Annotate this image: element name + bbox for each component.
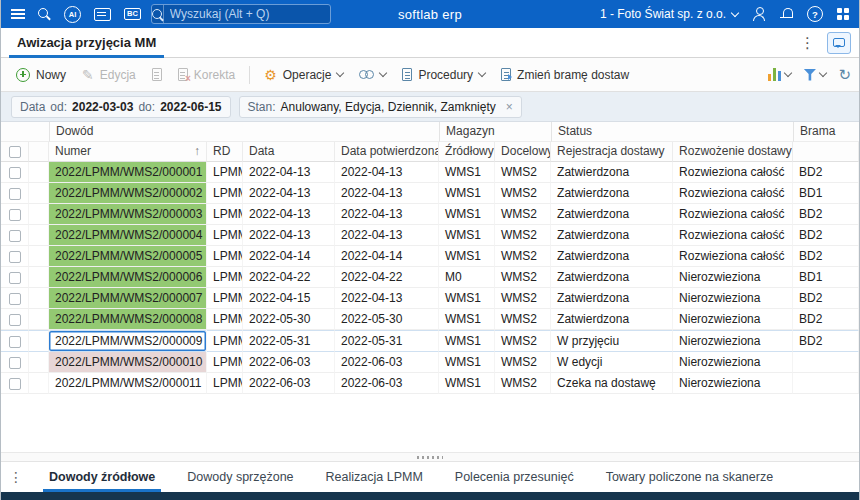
column-header-rd[interactable]: RD — [207, 142, 243, 162]
cell-numer[interactable]: 2022/LPMM/WMS2/000001 — [49, 162, 207, 183]
splitter-handle[interactable] — [417, 456, 443, 459]
table-row[interactable]: 2022/LPMM/WMS2/000010 LPMM 2022-06-03 20… — [1, 352, 859, 373]
cell-zrodlowy[interactable]: WMS1 — [439, 309, 495, 330]
cell-docelowy[interactable]: WMS2 — [495, 373, 551, 394]
cell-data[interactable]: 2022-06-03 — [243, 373, 335, 394]
more-options-icon[interactable]: ⋮ — [800, 35, 815, 50]
cell-brama[interactable]: BD2 — [793, 330, 859, 352]
row-select-cell[interactable] — [1, 225, 29, 246]
cell-data-potwierdzona[interactable]: 2022-06-03 — [335, 352, 439, 373]
cell-data-potwierdzona[interactable]: 2022-05-31 — [335, 330, 439, 352]
row-checkbox[interactable] — [9, 314, 21, 326]
cell-brama[interactable]: BD2 — [793, 246, 859, 267]
menu-icon[interactable] — [11, 9, 25, 19]
help-icon[interactable]: ? — [807, 6, 823, 22]
row-checkbox[interactable] — [9, 188, 21, 200]
cell-zrodlowy[interactable]: WMS1 — [439, 330, 495, 352]
correction-button[interactable]: Korekta — [171, 64, 242, 86]
cell-data[interactable]: 2022-05-30 — [243, 309, 335, 330]
bc-icon[interactable]: BC — [124, 8, 141, 20]
cell-rozwozenie[interactable]: Nierozwieziona — [673, 373, 793, 394]
select-all-checkbox[interactable] — [9, 146, 21, 158]
search-icon[interactable] — [38, 8, 51, 21]
cell-brama[interactable]: BD2 — [793, 225, 859, 246]
row-select-cell[interactable] — [1, 162, 29, 183]
row-select-cell[interactable] — [1, 373, 29, 394]
cell-rd[interactable]: LPMM — [207, 162, 243, 183]
cell-brama[interactable]: BD1 — [793, 267, 859, 288]
close-icon[interactable]: × — [506, 100, 513, 114]
table-row[interactable]: 2022/LPMM/WMS2/000002 LPMM 2022-04-13 20… — [1, 183, 859, 204]
row-checkbox[interactable] — [9, 336, 21, 348]
row-select-cell[interactable] — [1, 183, 29, 204]
cell-zrodlowy[interactable]: WMS1 — [439, 352, 495, 373]
table-row[interactable]: 2022/LPMM/WMS2/000005 LPMM 2022-04-14 20… — [1, 246, 859, 267]
cell-data-potwierdzona[interactable]: 2022-04-13 — [335, 204, 439, 225]
procedures-button[interactable]: Procedury — [395, 64, 492, 86]
row-checkbox[interactable] — [9, 357, 21, 369]
cell-brama[interactable]: BD2 — [793, 288, 859, 309]
cell-zrodlowy[interactable]: WMS1 — [439, 373, 495, 394]
cell-numer[interactable]: 2022/LPMM/WMS2/000003 — [49, 204, 207, 225]
row-select-cell[interactable] — [1, 309, 29, 330]
cell-rozwozenie[interactable]: Rozwieziona całość — [673, 225, 793, 246]
edit-button[interactable]: ✎ Edycja — [75, 64, 143, 86]
table-row[interactable]: 2022/LPMM/WMS2/000011 LPMM 2022-06-03 20… — [1, 373, 859, 394]
analysis-button[interactable] — [768, 68, 792, 81]
cell-data[interactable]: 2022-04-13 — [243, 162, 335, 183]
cell-numer[interactable]: 2022/LPMM/WMS2/000010 — [49, 352, 207, 373]
cell-data[interactable]: 2022-04-13 — [243, 183, 335, 204]
cell-brama[interactable]: BD2 — [793, 162, 859, 183]
bottom-tab-4[interactable]: Polecenia przesunięć — [439, 462, 590, 492]
cell-data-potwierdzona[interactable]: 2022-06-03 — [335, 373, 439, 394]
cell-rd[interactable]: LPMM — [207, 352, 243, 373]
row-select-cell[interactable] — [1, 204, 29, 225]
date-to-value[interactable]: 2022-06-15 — [160, 100, 221, 114]
related-documents-button[interactable] — [352, 65, 393, 84]
global-search[interactable] — [151, 4, 331, 24]
refresh-icon[interactable]: ↻ — [838, 67, 851, 82]
column-header-docelowy[interactable]: Docelowy — [495, 142, 551, 162]
cell-rd[interactable]: LPMM — [207, 246, 243, 267]
bottom-tab-5[interactable]: Towary policzone na skanerze — [590, 462, 789, 492]
cell-rd[interactable]: LPMM — [207, 373, 243, 394]
bottom-tab-3[interactable]: Realizacja LPMM — [310, 462, 439, 492]
cell-numer[interactable]: 2022/LPMM/WMS2/000004 — [49, 225, 207, 246]
cell-zrodlowy[interactable]: WMS1 — [439, 225, 495, 246]
cell-zrodlowy[interactable]: WMS1 — [439, 162, 495, 183]
table-row[interactable]: 2022/LPMM/WMS2/000004 LPMM 2022-04-13 20… — [1, 225, 859, 246]
cell-rejestracja[interactable]: Zatwierdzona — [551, 267, 673, 288]
cell-numer[interactable]: 2022/LPMM/WMS2/000011 — [49, 373, 207, 394]
cell-zrodlowy[interactable]: M0 — [439, 267, 495, 288]
cell-rozwozenie[interactable]: Nierozwieziona — [673, 352, 793, 373]
cell-data-potwierdzona[interactable]: 2022-04-13 — [335, 225, 439, 246]
view-settings-button[interactable] — [803, 69, 826, 81]
row-select-cell[interactable] — [1, 288, 29, 309]
cell-data-potwierdzona[interactable]: 2022-04-13 — [335, 288, 439, 309]
date-filter-chip[interactable]: Data od: 2022-03-03 do: 2022-06-15 — [11, 96, 231, 118]
cell-docelowy[interactable]: WMS2 — [495, 183, 551, 204]
cell-docelowy[interactable]: WMS2 — [495, 204, 551, 225]
table-row[interactable]: 2022/LPMM/WMS2/000001 LPMM 2022-04-13 20… — [1, 162, 859, 183]
table-row[interactable]: 2022/LPMM/WMS2/000006 LPMM 2022-04-22 20… — [1, 267, 859, 288]
new-button[interactable]: Nowy — [9, 64, 73, 86]
bottom-tab-1[interactable]: Dowody źródłowe — [33, 462, 171, 492]
cell-zrodlowy[interactable]: WMS1 — [439, 246, 495, 267]
cell-rozwozenie[interactable]: Nierozwieziona — [673, 267, 793, 288]
row-select-cell[interactable] — [1, 330, 29, 352]
ai-assistant-icon[interactable]: AI — [64, 6, 81, 23]
cell-rozwozenie[interactable]: Nierozwieziona — [673, 330, 793, 352]
cell-rejestracja[interactable]: W edycji — [551, 352, 673, 373]
cell-rejestracja[interactable]: Zatwierdzona — [551, 288, 673, 309]
cell-rd[interactable]: LPMM — [207, 183, 243, 204]
row-checkbox[interactable] — [9, 251, 21, 263]
column-header-rejestracja[interactable]: Rejestracja dostawy — [551, 142, 673, 162]
cell-zrodlowy[interactable]: WMS1 — [439, 183, 495, 204]
cell-docelowy[interactable]: WMS2 — [495, 352, 551, 373]
panel-icon[interactable] — [94, 8, 111, 21]
cell-zrodlowy[interactable]: WMS1 — [439, 288, 495, 309]
cell-rozwozenie[interactable]: Rozwieziona całość — [673, 183, 793, 204]
tab-awizacja-przyjecia-mm[interactable]: Awizacja przyjęcia MM — [9, 28, 164, 57]
cell-data-potwierdzona[interactable]: 2022-04-22 — [335, 267, 439, 288]
row-checkbox[interactable] — [9, 378, 21, 390]
